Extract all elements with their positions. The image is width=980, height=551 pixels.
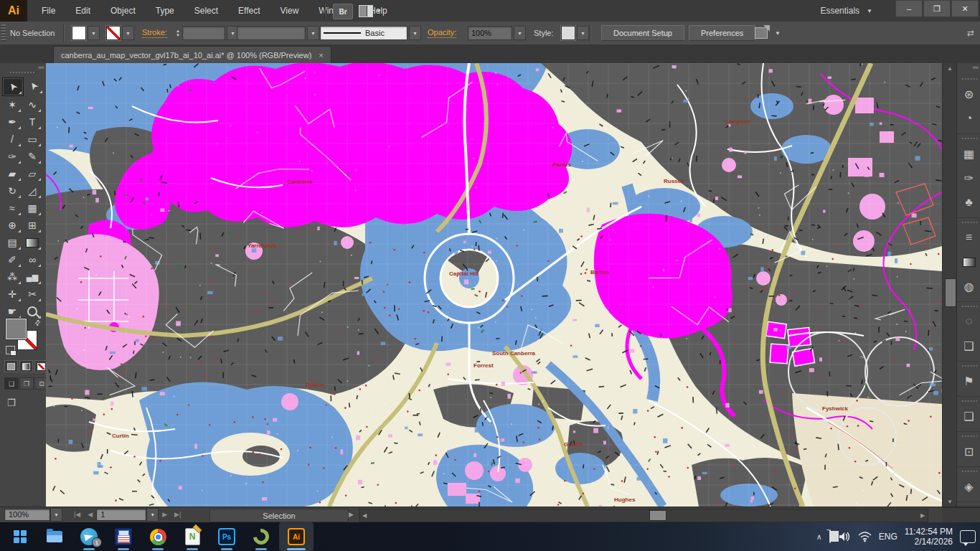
taskbar-notepad-plus-plus[interactable]: N — [175, 522, 209, 551]
vertical-scroll-thumb[interactable] — [945, 278, 956, 307]
workspace-switcher[interactable]: Essentials ▼ — [820, 0, 872, 22]
wifi-icon[interactable] — [858, 532, 872, 542]
artboard-dropdown-icon[interactable]: ▼ — [146, 508, 159, 522]
close-button[interactable]: ✕ — [951, 0, 979, 17]
panel-grip[interactable] — [961, 304, 977, 308]
width-profile-field[interactable] — [237, 26, 306, 40]
opacity-control[interactable]: 100% ▼ — [468, 22, 526, 44]
gradient-button[interactable] — [19, 360, 33, 372]
scale-tool[interactable]: ◿ — [22, 182, 42, 199]
minimize-button[interactable]: – — [895, 0, 923, 17]
pathfinder-panel-icon[interactable]: ❏ — [957, 404, 980, 428]
stroke-none-swatch[interactable] — [106, 26, 121, 40]
width-tool[interactable]: ≈ — [2, 199, 22, 217]
scroll-right-icon[interactable]: ▶ — [918, 510, 928, 520]
menu-view[interactable]: View — [270, 0, 309, 22]
previous-artboard-button[interactable]: ◀ — [84, 511, 96, 518]
lasso-tool[interactable]: ∿ — [22, 96, 42, 113]
symbols-panel-icon[interactable]: ♣ — [957, 190, 980, 215]
column-graph-tool[interactable]: ▄▆ — [22, 268, 42, 286]
zoom-level-field[interactable]: 100% — [4, 509, 50, 521]
selection-tool[interactable]: ➤ — [2, 77, 24, 96]
chevron-down-icon[interactable]: ▼ — [775, 30, 781, 37]
panel-grip[interactable] — [961, 136, 977, 140]
fill-indicator[interactable] — [6, 319, 27, 339]
transform-panel-icon[interactable]: ⊡ — [957, 439, 980, 463]
magic-wand-tool[interactable]: ✶ — [2, 96, 22, 113]
perspective-grid-tool[interactable]: ⊞ — [22, 217, 42, 234]
opacity-value[interactable]: 100% — [468, 26, 512, 40]
panel-grip[interactable] — [961, 220, 977, 224]
mesh-tool[interactable]: ▤ — [2, 234, 22, 251]
scroll-left-icon[interactable]: ◀ — [359, 510, 369, 520]
bridge-button[interactable]: Br — [333, 4, 353, 19]
control-panel-menu-icon[interactable]: ⇄ — [967, 22, 974, 44]
stroke-link[interactable]: Stroke: — [142, 28, 167, 38]
battery-icon[interactable]: ⌁ — [829, 530, 831, 543]
zoom-dropdown-icon[interactable]: ▼ — [50, 508, 62, 522]
blob-brush-tool[interactable]: ▰ — [2, 165, 22, 182]
appearance-panel-icon[interactable]: ◌ — [957, 309, 980, 334]
document-canvas[interactable]: CanberraYarralumlaParkesRussellCampbellC… — [46, 63, 942, 507]
menu-type[interactable]: Type — [146, 0, 184, 22]
style-control[interactable]: ▼ — [561, 22, 589, 44]
layers-panel-icon[interactable]: ◈ — [957, 474, 980, 499]
gradient-tool[interactable] — [22, 234, 42, 251]
menu-effect[interactable]: Effect — [228, 0, 270, 22]
language-indicator[interactable]: ENG — [879, 532, 897, 542]
rotate-tool[interactable]: ↻ — [2, 182, 22, 199]
gradient-panel-icon[interactable] — [957, 250, 980, 274]
last-artboard-button[interactable]: ▶| — [171, 511, 184, 518]
line-tool[interactable]: / — [2, 131, 22, 148]
artboard-tool[interactable]: ✛ — [2, 286, 22, 303]
fill-color-control[interactable]: ▼ — [72, 22, 100, 44]
taskbar-start[interactable] — [3, 522, 37, 551]
fill-swatch[interactable] — [72, 26, 86, 40]
scroll-up-icon[interactable]: ▲ — [943, 63, 957, 73]
panel-grip[interactable] — [961, 469, 977, 473]
panel-grip[interactable] — [961, 364, 977, 367]
collapse-panel-icon[interactable]: «« — [38, 64, 44, 71]
stroke-color-control[interactable]: ▼ — [106, 22, 134, 44]
artboard-number-field[interactable]: 1 — [96, 509, 146, 521]
taskbar-chrome[interactable] — [141, 522, 175, 551]
eraser-tool[interactable]: ▱ — [22, 165, 42, 182]
graphic-styles-panel-icon[interactable]: ❑ — [957, 334, 980, 358]
draw-mode-1[interactable]: ❐ — [19, 377, 34, 390]
shape-builder-tool[interactable]: ⊕ — [2, 217, 22, 234]
pencil-tool[interactable]: ✎ — [22, 148, 42, 165]
select-similar-control[interactable]: ▼ — [755, 22, 781, 44]
hand-tool[interactable]: ☛ — [2, 303, 22, 320]
menu-edit[interactable]: Edit — [65, 0, 100, 22]
chevron-down-icon[interactable]: ▼ — [122, 26, 134, 40]
preferences-button[interactable]: Preferences — [689, 25, 755, 41]
color-button[interactable] — [4, 360, 18, 372]
status-menu-icon[interactable]: ▶ — [349, 509, 354, 520]
opacity-link[interactable]: Opacity: — [428, 28, 456, 38]
speaker-icon[interactable] — [838, 531, 851, 542]
swatches-panel-icon[interactable]: ▦ — [957, 141, 980, 166]
arrange-documents-button[interactable]: ▼ — [359, 4, 387, 18]
next-artboard-button[interactable]: ▶ — [159, 511, 171, 518]
artboards-panel-icon[interactable]: ⚑ — [957, 369, 980, 393]
brush-definition-control[interactable]: Basic ▼ — [320, 22, 421, 44]
direct-selection-tool[interactable]: ➤ — [24, 77, 44, 95]
width-profile-control[interactable]: ▼ — [237, 22, 319, 44]
taskbar-telegram[interactable]: 1 — [72, 522, 106, 551]
default-fill-stroke-icon[interactable] — [6, 346, 15, 354]
document-tab[interactable]: canberra_au_map_vector_gvl17b_ai_10_ai.a… — [53, 46, 331, 64]
zoom-tool[interactable] — [22, 303, 42, 320]
notification-center-icon[interactable] — [960, 530, 976, 543]
chevron-down-icon[interactable]: ▼ — [514, 26, 526, 40]
panel-grip[interactable] — [10, 70, 36, 74]
panel-grip[interactable] — [961, 434, 977, 438]
blend-tool[interactable]: ∞ — [22, 251, 42, 268]
taskbar-illustrator[interactable]: Ai — [279, 522, 314, 551]
color-panel-icon[interactable]: ⊛ — [957, 82, 980, 106]
taskbar-file-explorer[interactable] — [37, 522, 72, 551]
color-guide-panel-icon[interactable]: ◔ — [957, 106, 980, 131]
menu-file[interactable]: File — [32, 0, 65, 22]
first-artboard-button[interactable]: |◀ — [70, 511, 84, 518]
chevron-down-icon[interactable]: ▼ — [577, 26, 589, 40]
tray-overflow-icon[interactable]: ∧ — [816, 532, 822, 542]
